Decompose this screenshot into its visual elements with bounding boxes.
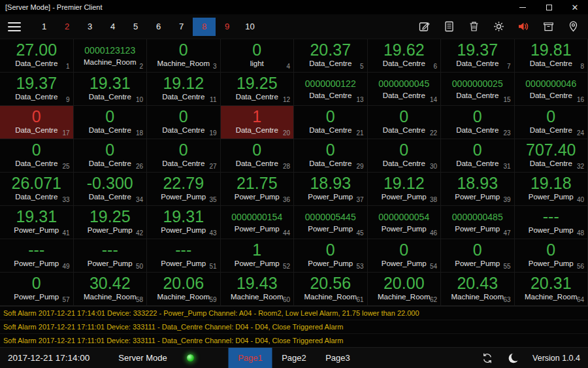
sync-button[interactable] — [480, 351, 495, 365]
grid-cell-31[interactable]: 0Data_Centre31 — [441, 139, 515, 173]
menu-button[interactable] — [8, 22, 27, 31]
grid-cell-49[interactable]: ---Power_Pump49 — [0, 239, 74, 273]
grid-cell-24[interactable]: 0Data_Centre24 — [515, 106, 588, 139]
minimize-button[interactable] — [510, 0, 536, 14]
toolbar: 12345678910 — [0, 14, 588, 39]
grid-cell-28[interactable]: 0Data_Centre28 — [221, 139, 295, 173]
grid-cell-26[interactable]: 0Data_Centre26 — [74, 139, 148, 173]
grid-cell-29[interactable]: 0Data_Centre29 — [294, 139, 368, 173]
grid-cell-4[interactable]: 0light4 — [221, 39, 295, 73]
grid-cell-53[interactable]: 0Power_Pump53 — [294, 239, 368, 273]
tab-page2[interactable]: Page2 — [272, 348, 316, 368]
grid-cell-58[interactable]: 30.42Machine_Room58 — [74, 273, 148, 306]
grid-cell-20[interactable]: 1Data_Centre20 — [221, 106, 295, 139]
grid-cell-38[interactable]: 19.12Power_Pump38 — [368, 173, 442, 206]
page-number-5[interactable]: 5 — [124, 18, 147, 36]
grid-cell-51[interactable]: ---Power_Pump51 — [147, 239, 221, 273]
location-button[interactable] — [566, 20, 580, 34]
tab-page3[interactable]: Page3 — [316, 348, 360, 368]
page-number-1[interactable]: 1 — [33, 18, 56, 36]
clear-alarms-button[interactable] — [541, 20, 555, 34]
grid-cell-15[interactable]: 0000000025Data_Centre15 — [441, 73, 515, 106]
grid-cell-9[interactable]: 19.37Data_Centre9 — [0, 73, 74, 106]
grid-cell-10[interactable]: 19.31Data_Centre10 — [74, 73, 148, 106]
grid-cell-3[interactable]: 0Machine_Room3 — [147, 39, 221, 73]
grid-cell-61[interactable]: 20.56Machine_Room61 — [294, 273, 368, 306]
report-button[interactable] — [442, 20, 456, 34]
grid-cell-21[interactable]: 0Data_Centre21 — [294, 106, 368, 139]
grid-cell-63[interactable]: 20.43Machine_Room63 — [441, 273, 515, 306]
grid-cell-44[interactable]: 0000000154Power_Pump44 — [221, 206, 295, 239]
grid-cell-7[interactable]: 19.37Data_Centre7 — [441, 39, 515, 73]
grid-cell-50[interactable]: ---Power_Pump50 — [74, 239, 148, 273]
cell-value: 19.31 — [16, 208, 57, 225]
cell-label: Data_Centre — [530, 159, 572, 167]
grid-cell-32[interactable]: 707.40Data_Centre32 — [515, 139, 588, 173]
grid-cell-30[interactable]: 0Data_Centre30 — [368, 139, 442, 173]
grid-cell-52[interactable]: 1Power_Pump52 — [221, 239, 295, 273]
page-number-10[interactable]: 10 — [238, 18, 261, 36]
grid-cell-8[interactable]: 19.81Data_Centre8 — [515, 39, 588, 73]
alarm-message-1[interactable]: Soft Alarm 2017-12-21 17:14:01 Device: 3… — [0, 307, 588, 320]
grid-cell-23[interactable]: 0Data_Centre23 — [441, 106, 515, 139]
grid-cell-64[interactable]: 20.31Machine_Room64 — [515, 273, 588, 306]
sound-alarm-button[interactable] — [516, 20, 531, 34]
grid-cell-12[interactable]: 19.25Data_Centre12 — [221, 73, 295, 106]
grid-cell-54[interactable]: 0Power_Pump54 — [368, 239, 442, 273]
page-number-2[interactable]: 2 — [56, 18, 78, 36]
grid-cell-39[interactable]: 18.93Power_Pump39 — [441, 173, 515, 206]
grid-cell-2[interactable]: 0000123123Machine_Room2 — [74, 39, 148, 73]
grid-cell-22[interactable]: 0Data_Centre22 — [368, 106, 442, 139]
tab-page1[interactable]: Page1 — [229, 348, 272, 368]
grid-cell-14[interactable]: 0000000045Data_Centre14 — [368, 73, 442, 106]
grid-cell-56[interactable]: 0Power_Pump56 — [515, 239, 588, 273]
page-number-8[interactable]: 8 — [193, 18, 216, 36]
page-number-9[interactable]: 9 — [216, 18, 238, 36]
settings-button[interactable] — [491, 20, 506, 34]
page-number-7[interactable]: 7 — [170, 18, 193, 36]
grid-cell-46[interactable]: 0000000054Power_Pump46 — [368, 206, 442, 239]
night-mode-button[interactable] — [506, 351, 521, 365]
grid-cell-55[interactable]: 0Power_Pump55 — [441, 239, 515, 273]
grid-cell-6[interactable]: 19.62Data_Centre6 — [368, 39, 442, 73]
grid-cell-47[interactable]: 0000000485Power_Pump47 — [441, 206, 515, 239]
cell-label: Data_Centre — [530, 126, 572, 134]
grid-cell-13[interactable]: 0000000122Data_Centre13 — [294, 73, 368, 106]
grid-cell-35[interactable]: 22.79Power_Pump35 — [147, 173, 221, 206]
grid-cell-27[interactable]: 0Data_Centre27 — [147, 139, 221, 173]
grid-cell-17[interactable]: 0Data_Centre17 — [0, 106, 74, 139]
grid-cell-1[interactable]: 27.00Data_Centre1 — [0, 39, 74, 73]
delete-button[interactable] — [466, 20, 481, 34]
grid-cell-42[interactable]: 19.25Power_Pump42 — [74, 206, 148, 239]
page-number-6[interactable]: 6 — [147, 18, 170, 36]
grid-cell-57[interactable]: 0Power_Pump57 — [0, 273, 74, 306]
grid-cell-59[interactable]: 20.06Machine_Room59 — [147, 273, 221, 306]
grid-cell-5[interactable]: 20.37Data_Centre5 — [294, 39, 368, 73]
page-number-4[interactable]: 4 — [101, 18, 124, 36]
grid-cell-37[interactable]: 18.93Power_Pump37 — [294, 173, 368, 206]
grid-cell-11[interactable]: 19.12Data_Centre11 — [147, 73, 221, 106]
grid-cell-40[interactable]: 19.18Power_Pump40 — [515, 173, 588, 206]
grid-cell-25[interactable]: 0Data_Centre25 — [0, 139, 74, 173]
alarm-message-3[interactable]: Soft Alarm 2017-12-21 17:11:01 Device: 3… — [0, 334, 588, 348]
cell-index: 41 — [62, 229, 69, 237]
grid-cell-62[interactable]: 20.00Machine_Room62 — [368, 273, 442, 306]
alarm-message-2[interactable]: Soft Alarm 2017-12-21 17:11:01 Device: 3… — [0, 320, 588, 334]
grid-cell-60[interactable]: 19.43Machine_Room60 — [221, 273, 295, 306]
grid-cell-36[interactable]: 21.75Power_Pump36 — [221, 173, 295, 206]
close-button[interactable]: ✕ — [562, 0, 588, 14]
cell-label: Data_Centre — [456, 92, 498, 99]
maximize-button[interactable] — [536, 0, 562, 14]
grid-cell-16[interactable]: 0000000046Data_Centre16 — [515, 73, 588, 106]
grid-cell-34[interactable]: -0.300Data_Centre34 — [74, 173, 148, 206]
grid-cell-18[interactable]: 0Data_Centre18 — [74, 106, 148, 139]
grid-cell-33[interactable]: 26.071Data_Centre33 — [0, 173, 74, 206]
page-number-3[interactable]: 3 — [78, 18, 101, 36]
grid-cell-43[interactable]: 19.31Power_Pump43 — [147, 206, 221, 239]
grid-cell-48[interactable]: ---Power_Pump48 — [515, 206, 588, 239]
grid-cell-45[interactable]: 0000005445Power_Pump45 — [294, 206, 368, 239]
grid-cell-19[interactable]: 0Data_Centre19 — [147, 106, 221, 139]
grid-cell-41[interactable]: 19.31Power_Pump41 — [0, 206, 74, 239]
edit-button[interactable] — [417, 20, 431, 34]
cell-value: 0000000025 — [452, 76, 503, 92]
